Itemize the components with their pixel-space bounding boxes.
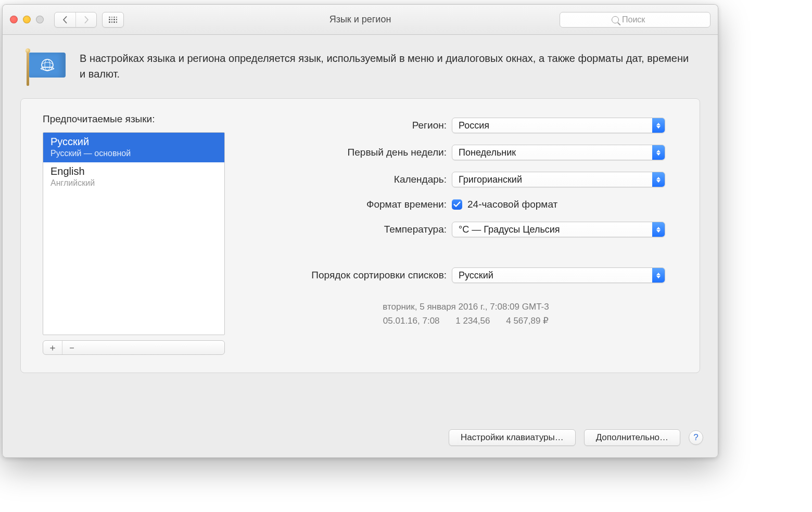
preview-short-date: 05.01.16, 7:08 (383, 316, 440, 326)
temperature-value: °C — Градусы Цельсия (452, 224, 652, 235)
sort-order-popup[interactable]: Русский (452, 267, 665, 283)
preferred-languages-label: Предпочитаемые языки: (43, 113, 225, 125)
language-sub: Английский (50, 178, 218, 188)
first-day-value: Понедельник (452, 147, 652, 158)
nav-back-forward (54, 12, 97, 28)
search-field[interactable] (560, 12, 710, 28)
time-format-checkbox-label: 24-часовой формат (467, 199, 557, 210)
add-language-button[interactable]: ＋ (43, 341, 62, 354)
add-remove-segmented: ＋ － (43, 340, 225, 355)
language-name: Русский (50, 136, 218, 148)
language-name: English (50, 165, 218, 177)
time-format-checkbox[interactable] (452, 199, 462, 210)
preferred-languages-list[interactable]: Русский Русский — основной English Англи… (43, 132, 225, 335)
un-flag-icon (24, 52, 66, 84)
advanced-button[interactable]: Дополнительно… (584, 429, 680, 446)
search-input[interactable] (622, 15, 658, 24)
popup-arrows-icon (652, 222, 665, 237)
keyboard-settings-button[interactable]: Настройки клавиатуры… (449, 429, 576, 446)
region-popup[interactable]: Россия (452, 118, 665, 133)
format-preview: вторник, 5 января 2016 г., 7:08:09 GMT-3… (254, 300, 678, 328)
forward-button (75, 12, 96, 27)
pane-description-row: В настройках языка и региона определяетс… (3, 35, 718, 93)
close-window-button[interactable] (10, 16, 18, 23)
back-button[interactable] (55, 12, 75, 27)
popup-arrows-icon (652, 145, 665, 160)
titlebar: Язык и регион (3, 5, 718, 35)
language-item-en[interactable]: English Английский (43, 162, 224, 192)
footer: Настройки клавиатуры… Дополнительно… ? (3, 429, 718, 457)
pane-description: В настройках языка и региона определяетс… (80, 50, 696, 84)
language-sub: Русский — основной (50, 149, 218, 158)
svg-point-0 (42, 59, 53, 71)
chevron-left-icon (62, 16, 68, 23)
window-controls (10, 16, 44, 23)
calendar-label: Календарь: (254, 174, 452, 185)
first-day-label: Первый день недели: (254, 147, 452, 158)
popup-arrows-icon (652, 118, 665, 133)
show-all-button[interactable] (102, 12, 124, 28)
chevron-right-icon (84, 16, 89, 23)
zoom-window-button (36, 16, 44, 23)
first-day-popup[interactable]: Понедельник (452, 145, 665, 160)
plus-icon: ＋ (48, 341, 57, 354)
help-icon: ? (693, 432, 698, 443)
preview-number: 1 234,56 (455, 316, 490, 326)
calendar-popup[interactable]: Григорианский (452, 172, 665, 187)
svg-point-2 (45, 59, 50, 71)
time-format-label: Формат времени: (254, 199, 452, 210)
settings-panel: Предпочитаемые языки: Русский Русский — … (20, 98, 700, 373)
region-label: Регион: (254, 120, 452, 131)
minus-icon: － (67, 341, 77, 354)
popup-arrows-icon (652, 268, 665, 283)
language-region-window: Язык и регион В настройках языка и регио… (2, 4, 718, 458)
preview-long-date: вторник, 5 января 2016 г., 7:08:09 GMT-3 (254, 300, 678, 314)
preview-currency: 4 567,89 ₽ (506, 316, 549, 326)
search-icon (612, 16, 619, 23)
popup-arrows-icon (652, 172, 665, 187)
grid-icon (109, 17, 117, 23)
temperature-popup[interactable]: °C — Градусы Цельсия (452, 222, 665, 237)
minimize-window-button[interactable] (23, 16, 31, 23)
language-item-ru[interactable]: Русский Русский — основной (43, 133, 224, 162)
check-icon (453, 201, 461, 208)
sort-order-value: Русский (452, 270, 652, 281)
sort-order-label: Порядок сортировки списков: (254, 270, 452, 281)
temperature-label: Температура: (254, 224, 452, 235)
help-button[interactable]: ? (689, 430, 703, 445)
remove-language-button[interactable]: － (62, 341, 81, 354)
calendar-value: Григорианский (452, 174, 652, 185)
region-value: Россия (452, 120, 652, 131)
